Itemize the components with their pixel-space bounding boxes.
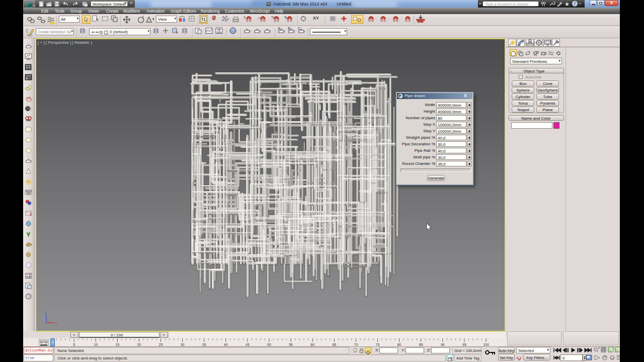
svg-text:25: 25 [159,343,163,346]
svg-text:50: 50 [267,343,271,346]
svg-text:5: 5 [73,343,75,346]
svg-text:95: 95 [462,343,466,346]
svg-text:20: 20 [137,343,141,346]
svg-text:35: 35 [202,343,206,346]
svg-text:45: 45 [246,343,250,346]
svg-text:{: { [26,28,28,33]
svg-text:90: 90 [441,343,445,346]
svg-text:60: 60 [310,343,314,346]
svg-text:70: 70 [354,343,358,346]
svg-text:?: ? [27,294,30,299]
svg-text:3: 3 [244,16,246,19]
svg-text:15: 15 [115,343,119,346]
svg-text:x: x [55,321,57,325]
svg-text:z: z [45,311,47,314]
svg-text:65: 65 [332,343,336,346]
svg-text:30: 30 [181,343,185,346]
svg-text:100: 100 [483,343,489,346]
svg-text:⇅: ⇅ [284,16,287,19]
svg-text:40: 40 [224,343,228,346]
svg-text:55: 55 [289,343,293,346]
svg-text:△: △ [258,16,261,19]
svg-text:75: 75 [376,343,380,346]
svg-text:10: 10 [94,343,98,346]
svg-text:80: 80 [397,343,401,346]
svg-text:85: 85 [419,343,423,346]
svg-text:%: % [271,16,274,19]
svg-text:ABC: ABC [27,34,33,37]
